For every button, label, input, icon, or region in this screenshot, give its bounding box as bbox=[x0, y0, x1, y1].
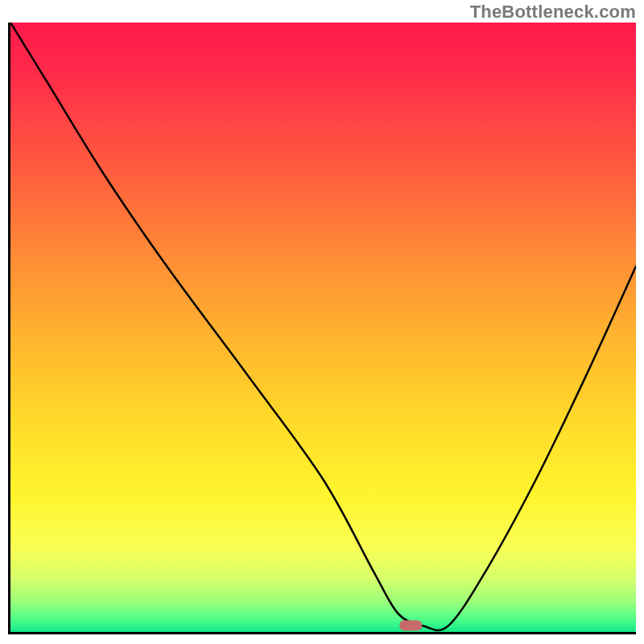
plot-area bbox=[8, 23, 636, 634]
curve-svg bbox=[10, 23, 636, 632]
watermark-text: TheBottleneck.com bbox=[470, 2, 636, 23]
chart-container: TheBottleneck.com bbox=[0, 0, 644, 644]
optimal-marker bbox=[399, 620, 422, 630]
bottleneck-curve bbox=[10, 23, 636, 630]
